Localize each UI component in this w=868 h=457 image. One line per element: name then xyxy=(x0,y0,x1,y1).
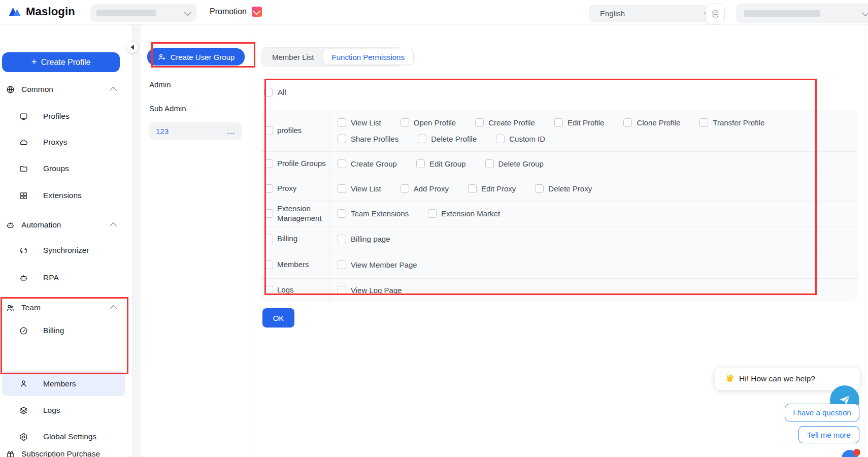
permission-label: View List xyxy=(351,184,381,193)
red-packet-icon xyxy=(252,7,262,17)
chevron-up-icon xyxy=(110,87,117,94)
users-icon xyxy=(6,304,15,312)
permission-label: Extension Market xyxy=(441,209,500,218)
permission-item: Clone Profile xyxy=(623,118,680,127)
sidebar-item-groups[interactable]: Groups xyxy=(2,158,125,179)
chat-quick-reply-question[interactable]: I have a question xyxy=(785,404,859,421)
sidebar-item-synchronizer[interactable]: Synchronizer xyxy=(2,240,125,260)
permission-label: Edit Profile xyxy=(567,118,605,127)
module-checkbox[interactable] xyxy=(264,209,273,218)
sidebar-section-automation[interactable]: Automation xyxy=(2,215,125,235)
maslogin-logo-icon xyxy=(8,5,22,18)
permission-checkbox[interactable] xyxy=(699,118,708,127)
create-user-group-button[interactable]: Create User Group xyxy=(147,48,245,66)
permissions-table: profiles View List Open Profile Create P… xyxy=(261,110,858,301)
waving-hand-icon xyxy=(725,374,735,383)
module-checkbox[interactable] xyxy=(264,286,273,295)
group-item-123-selected[interactable]: 123 ... xyxy=(149,122,242,140)
module-checkbox[interactable] xyxy=(264,235,273,243)
sidebar-section-common[interactable]: Common xyxy=(2,79,125,100)
grid-icon xyxy=(19,191,28,200)
tab-member-list[interactable]: Member List xyxy=(263,49,323,64)
document-button[interactable] xyxy=(706,4,725,24)
workspace-name-redacted xyxy=(96,10,156,16)
module-label: Logs xyxy=(277,285,294,295)
permission-checkbox[interactable] xyxy=(485,159,494,168)
permission-checkbox[interactable] xyxy=(338,118,346,127)
permission-checkbox[interactable] xyxy=(468,184,477,193)
sync-icon xyxy=(19,246,28,255)
permission-item: View List xyxy=(338,184,381,193)
sidebar-item-logs[interactable]: Logs xyxy=(2,400,125,420)
permission-checkbox[interactable] xyxy=(338,135,346,143)
main-content: Member List Function Permissions All pro… xyxy=(253,24,865,457)
logo-text: Maslogin xyxy=(26,5,75,18)
tab-function-permissions[interactable]: Function Permissions xyxy=(323,49,414,65)
permission-item: Share Profiles xyxy=(338,135,398,143)
sidebar-item-label: Groups xyxy=(43,164,69,173)
group-item-admin[interactable]: Admin xyxy=(149,80,171,89)
permission-checkbox[interactable] xyxy=(416,159,425,168)
permission-checkbox[interactable] xyxy=(535,184,544,193)
module-cell: Billing xyxy=(261,226,329,251)
sidebar-section-team[interactable]: Team xyxy=(2,298,125,318)
module-checkbox[interactable] xyxy=(264,260,273,269)
collapse-sidebar-button[interactable] xyxy=(126,42,138,53)
module-label: Proxy xyxy=(277,184,296,193)
permission-item: Edit Profile xyxy=(554,118,605,127)
permission-checkbox[interactable] xyxy=(338,260,346,269)
permission-cell: Billing page xyxy=(329,226,858,251)
sidebar-item-extensions[interactable]: Extensions xyxy=(2,185,125,206)
permission-checkbox[interactable] xyxy=(418,135,426,143)
permission-checkbox[interactable] xyxy=(338,159,346,168)
module-checkbox[interactable] xyxy=(264,184,273,193)
more-options-icon[interactable]: ... xyxy=(227,127,235,136)
permission-checkbox[interactable] xyxy=(338,286,346,295)
sidebar-item-label: Logs xyxy=(43,406,60,415)
permission-label: Edit Proxy xyxy=(481,184,516,193)
module-checkbox[interactable] xyxy=(264,126,273,135)
permission-checkbox[interactable] xyxy=(554,118,563,127)
panel-gap xyxy=(132,24,141,457)
sidebar-item-proxys[interactable]: Proxys xyxy=(2,132,125,152)
permission-checkbox[interactable] xyxy=(338,209,346,218)
permission-item: Team Extensions xyxy=(338,209,409,218)
permission-checkbox[interactable] xyxy=(475,118,484,127)
permission-item: Edit Group xyxy=(416,159,466,168)
maslogin-logo: Maslogin xyxy=(8,5,75,18)
create-profile-button[interactable]: + Create Profile xyxy=(2,52,120,72)
permission-checkbox[interactable] xyxy=(338,235,346,243)
permission-checkbox[interactable] xyxy=(623,118,632,127)
user-account-dropdown[interactable] xyxy=(736,4,868,23)
module-checkbox[interactable] xyxy=(264,159,273,168)
sidebar-item-label: Billing xyxy=(43,326,64,335)
promotion-link[interactable]: Promotion xyxy=(210,7,262,17)
create-user-group-label: Create User Group xyxy=(171,53,235,61)
permission-checkbox[interactable] xyxy=(400,184,409,193)
permission-label: Create Profile xyxy=(488,118,535,127)
chevron-down-icon xyxy=(184,8,191,15)
permission-checkbox[interactable] xyxy=(338,184,346,193)
group-item-sub-admin[interactable]: Sub Admin xyxy=(149,104,186,113)
module-cell: Proxy xyxy=(261,176,329,201)
sidebar-item-profiles[interactable]: Profiles xyxy=(2,106,125,126)
workspace-dropdown[interactable] xyxy=(90,4,196,22)
permission-checkbox[interactable] xyxy=(400,118,409,127)
sidebar-item-subscription-purchase[interactable]: Subscription Purchase xyxy=(2,444,125,457)
sidebar-item-members[interactable]: Members xyxy=(2,371,125,396)
module-cell: Extension Management xyxy=(261,201,329,226)
meter-icon xyxy=(19,327,28,335)
permission-checkbox[interactable] xyxy=(496,135,505,143)
permission-cell: Team Extensions Extension Market xyxy=(329,201,858,226)
sidebar-item-rpa[interactable]: RPA xyxy=(2,268,125,288)
folder-icon xyxy=(19,165,28,173)
ok-button[interactable]: OK xyxy=(262,308,294,328)
user-name-redacted xyxy=(744,10,820,17)
table-row-profile-groups: Profile Groups Create Group Edit Group D… xyxy=(261,151,858,176)
chat-quick-reply-tell-me-more[interactable]: Tell me more xyxy=(798,426,859,443)
all-checkbox[interactable] xyxy=(264,88,273,96)
permission-checkbox[interactable] xyxy=(428,209,437,218)
language-dropdown[interactable]: English xyxy=(589,5,718,22)
sidebar-item-billing[interactable]: Billing xyxy=(2,320,125,341)
table-row-proxy: Proxy View List Add Proxy Edit Proxy Del… xyxy=(261,176,858,201)
